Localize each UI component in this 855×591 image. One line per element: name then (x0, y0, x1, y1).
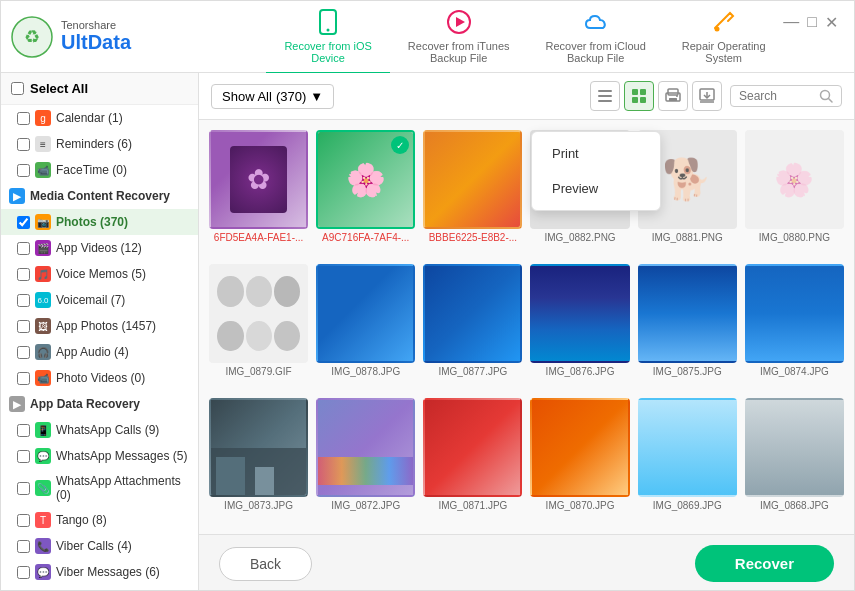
photo-thumb[interactable]: 🌸 (745, 130, 844, 229)
app-photos-checkbox[interactable] (17, 320, 30, 333)
facetime-checkbox[interactable] (17, 164, 30, 177)
app-photos-icon: 🖼 (35, 318, 51, 334)
photo-item[interactable]: IMG_0873.JPG (209, 398, 308, 524)
back-button[interactable]: Back (219, 547, 312, 581)
sidebar-item-voicemail[interactable]: 6.0 Voicemail (7) (1, 287, 198, 313)
close-icon[interactable]: ✕ (825, 13, 838, 32)
sidebar-item-reminders[interactable]: ≡ Reminders (6) (1, 131, 198, 157)
photo-item[interactable]: ✓ 🌸 A9C716FA-7AF4-... (316, 130, 415, 256)
photo-item[interactable]: ✿ 6FD5EA4A-FAE1-... (209, 130, 308, 256)
sidebar-item-viber-attachments[interactable]: 📎 Viber Attachments (101) (1, 585, 198, 591)
photo-item[interactable]: 🌸 IMG_0880.PNG (745, 130, 844, 256)
sidebar-item-whatsapp-messages[interactable]: 💬 WhatsApp Messages (5) (1, 443, 198, 469)
viber-calls-checkbox[interactable] (17, 540, 30, 553)
header: — □ ✕ ♻ Tenorshare UltData Recover from … (1, 1, 854, 73)
sidebar-item-whatsapp-attachments[interactable]: 📎 WhatsApp Attachments (0) (1, 469, 198, 507)
group-media-label: Media Content Recovery (30, 189, 170, 203)
photo-thumb[interactable] (209, 264, 308, 363)
viber-calls-icon: 📞 (35, 538, 51, 554)
show-all-button[interactable]: Show All (370) ▼ (211, 84, 334, 109)
group-app-data[interactable]: ▶ App Data Recovery (1, 391, 198, 417)
photo-thumb[interactable] (530, 398, 629, 497)
svg-rect-10 (632, 89, 638, 95)
photo-videos-checkbox[interactable] (17, 372, 30, 385)
whatsapp-calls-checkbox[interactable] (17, 424, 30, 437)
grid-view-button[interactable] (624, 81, 654, 111)
photo-item[interactable]: IMG_0875.JPG (638, 264, 737, 390)
select-all-checkbox[interactable] (11, 82, 24, 95)
photo-thumb-selected[interactable]: ✓ 🌸 (316, 130, 415, 229)
calendar-checkbox[interactable] (17, 112, 30, 125)
photos-checkbox[interactable] (17, 216, 30, 229)
photo-thumb[interactable] (638, 398, 737, 497)
voice-memos-checkbox[interactable] (17, 268, 30, 281)
photo-item[interactable]: IMG_0871.JPG (423, 398, 522, 524)
photo-thumb[interactable] (530, 264, 629, 363)
search-box[interactable] (730, 85, 842, 107)
sidebar-item-photos[interactable]: 📷 Photos (370) (1, 209, 198, 235)
sidebar-item-tango[interactable]: T Tango (8) (1, 507, 198, 533)
minimize-icon[interactable]: — (783, 13, 799, 32)
maximize-icon[interactable]: □ (807, 13, 817, 32)
tab-icloud[interactable]: Recover from iCloudBackup File (528, 0, 664, 74)
whatsapp-calls-icon: 📱 (35, 422, 51, 438)
dropdown-item-print[interactable]: Print (532, 136, 660, 171)
photo-item[interactable]: BBBE6225-E8B2-... (423, 130, 522, 256)
reminders-checkbox[interactable] (17, 138, 30, 151)
media-group-icon: ▶ (9, 188, 25, 204)
group-media-content[interactable]: ▶ Media Content Recovery (1, 183, 198, 209)
sidebar-item-viber-calls[interactable]: 📞 Viber Calls (4) (1, 533, 198, 559)
tango-checkbox[interactable] (17, 514, 30, 527)
photo-thumb[interactable] (638, 264, 737, 363)
photo-item[interactable]: IMG_0872.JPG (316, 398, 415, 524)
tab-ios[interactable]: Recover from iOSDevice (266, 0, 389, 74)
svg-rect-14 (668, 89, 678, 95)
voicemail-checkbox[interactable] (17, 294, 30, 307)
sidebar-item-facetime[interactable]: 📹 FaceTime (0) (1, 157, 198, 183)
photo-thumb[interactable] (316, 264, 415, 363)
photo-item[interactable]: IMG_0879.GIF (209, 264, 308, 390)
photo-item[interactable]: IMG_0878.JPG (316, 264, 415, 390)
photo-item[interactable]: IMG_0876.JPG (530, 264, 629, 390)
print-button[interactable] (658, 81, 688, 111)
photo-item[interactable]: IMG_0877.JPG (423, 264, 522, 390)
list-view-button[interactable] (590, 81, 620, 111)
whatsapp-messages-checkbox[interactable] (17, 450, 30, 463)
photo-name: IMG_0878.JPG (316, 366, 415, 377)
photo-thumb[interactable] (316, 398, 415, 497)
photo-item[interactable]: IMG_0869.JPG (638, 398, 737, 524)
photo-thumb[interactable] (209, 398, 308, 497)
app-audio-label: App Audio (4) (56, 345, 129, 359)
sidebar-item-calendar[interactable]: g Calendar (1) (1, 105, 198, 131)
logo-area: ♻ Tenorshare UltData (11, 16, 206, 58)
tab-itunes[interactable]: Recover from iTunesBackup File (390, 0, 528, 74)
app-audio-checkbox[interactable] (17, 346, 30, 359)
photo-item[interactable]: IMG_0874.JPG (745, 264, 844, 390)
photo-thumb[interactable] (423, 130, 522, 229)
photo-thumb[interactable] (423, 398, 522, 497)
viber-messages-checkbox[interactable] (17, 566, 30, 579)
search-input[interactable] (739, 89, 819, 103)
export-button[interactable] (692, 81, 722, 111)
sidebar-item-app-audio[interactable]: 🎧 App Audio (4) (1, 339, 198, 365)
whatsapp-attachments-checkbox[interactable] (17, 482, 30, 495)
sidebar-item-viber-messages[interactable]: 💬 Viber Messages (6) (1, 559, 198, 585)
select-all-row[interactable]: Select All (1, 73, 198, 105)
dropdown-item-preview[interactable]: Preview (532, 171, 660, 206)
sidebar-item-whatsapp-calls[interactable]: 📱 WhatsApp Calls (9) (1, 417, 198, 443)
sidebar-item-voice-memos[interactable]: 🎵 Voice Memos (5) (1, 261, 198, 287)
photo-item[interactable]: IMG_0870.JPG (530, 398, 629, 524)
photo-thumb[interactable] (745, 264, 844, 363)
recover-button[interactable]: Recover (695, 545, 834, 582)
photo-item[interactable]: IMG_0868.JPG (745, 398, 844, 524)
app-audio-icon: 🎧 (35, 344, 51, 360)
sidebar-item-app-photos[interactable]: 🖼 App Photos (1457) (1, 313, 198, 339)
photo-thumb[interactable] (423, 264, 522, 363)
app-videos-checkbox[interactable] (17, 242, 30, 255)
sidebar-item-photo-videos[interactable]: 📹 Photo Videos (0) (1, 365, 198, 391)
sidebar-item-app-videos[interactable]: 🎬 App Videos (12) (1, 235, 198, 261)
photo-thumb[interactable] (745, 398, 844, 497)
sidebar: Select All g Calendar (1) ≡ Reminders (6… (1, 73, 199, 591)
photo-thumb[interactable]: ✿ (209, 130, 308, 229)
tab-repair[interactable]: Repair OperatingSystem (664, 0, 784, 74)
